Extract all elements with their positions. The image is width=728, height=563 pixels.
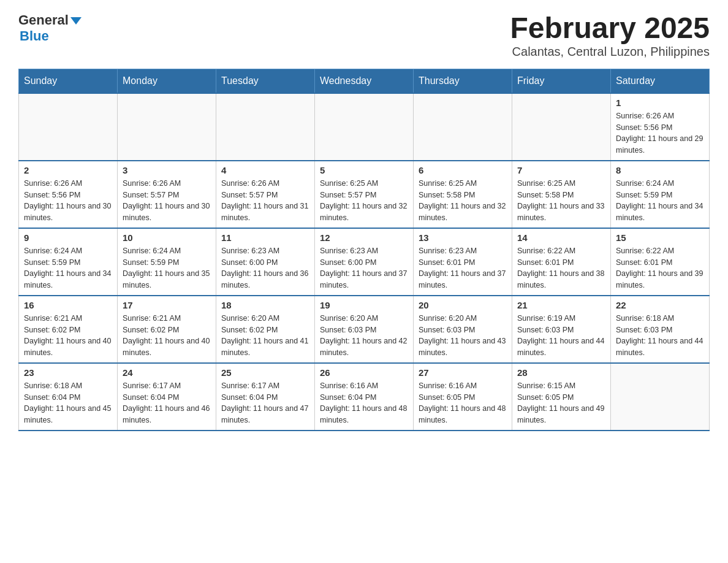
week-row-0: 1Sunrise: 6:26 AMSunset: 5:56 PMDaylight… [19, 93, 710, 161]
day-number: 6 [419, 165, 507, 175]
day-info: Sunrise: 6:20 AMSunset: 6:02 PMDaylight:… [221, 313, 309, 359]
day-cell-w1-d1: 3Sunrise: 6:26 AMSunset: 5:57 PMDaylight… [118, 161, 216, 228]
day-number: 26 [320, 367, 408, 378]
logo-general-text: General [18, 12, 69, 28]
calendar-table: Sunday Monday Tuesday Wednesday Thursday… [18, 69, 710, 431]
day-info: Sunrise: 6:15 AMSunset: 6:05 PMDaylight:… [517, 380, 605, 426]
day-cell-w4-d3: 26Sunrise: 6:16 AMSunset: 6:04 PMDayligh… [315, 363, 414, 431]
day-info: Sunrise: 6:19 AMSunset: 6:03 PMDaylight:… [517, 313, 605, 359]
day-number: 18 [221, 300, 309, 310]
day-number: 3 [123, 165, 211, 175]
day-info: Sunrise: 6:18 AMSunset: 6:03 PMDaylight:… [616, 313, 704, 359]
day-info: Sunrise: 6:20 AMSunset: 6:03 PMDaylight:… [320, 313, 408, 359]
logo-arrow-icon [70, 17, 82, 25]
day-number: 11 [221, 232, 309, 243]
day-cell-w3-d1: 17Sunrise: 6:21 AMSunset: 6:02 PMDayligh… [118, 296, 216, 363]
day-number: 23 [24, 367, 112, 378]
day-info: Sunrise: 6:26 AMSunset: 5:56 PMDaylight:… [616, 110, 704, 156]
day-cell-w0-d4 [414, 93, 512, 161]
day-number: 1 [616, 98, 704, 108]
day-number: 10 [123, 232, 211, 243]
day-cell-w2-d3: 12Sunrise: 6:23 AMSunset: 6:00 PMDayligh… [315, 228, 414, 296]
day-cell-w4-d5: 28Sunrise: 6:15 AMSunset: 6:05 PMDayligh… [512, 363, 611, 431]
day-number: 7 [517, 165, 605, 175]
day-cell-w4-d4: 27Sunrise: 6:16 AMSunset: 6:05 PMDayligh… [414, 363, 512, 431]
header-saturday: Saturday [611, 69, 710, 93]
day-info: Sunrise: 6:22 AMSunset: 6:01 PMDaylight:… [517, 245, 605, 291]
day-number: 20 [419, 300, 507, 310]
day-cell-w3-d2: 18Sunrise: 6:20 AMSunset: 6:02 PMDayligh… [216, 296, 315, 363]
week-row-2: 9Sunrise: 6:24 AMSunset: 5:59 PMDaylight… [19, 228, 710, 296]
day-info: Sunrise: 6:24 AMSunset: 5:59 PMDaylight:… [24, 245, 112, 291]
day-cell-w0-d3 [315, 93, 414, 161]
day-number: 27 [419, 367, 507, 378]
day-cell-w3-d0: 16Sunrise: 6:21 AMSunset: 6:02 PMDayligh… [19, 296, 118, 363]
day-number: 28 [517, 367, 605, 378]
day-number: 16 [24, 300, 112, 310]
header-sunday: Sunday [19, 69, 118, 93]
day-info: Sunrise: 6:23 AMSunset: 6:00 PMDaylight:… [221, 245, 309, 291]
title-section: February 2025 Calantas, Central Luzon, P… [510, 12, 710, 59]
day-info: Sunrise: 6:21 AMSunset: 6:02 PMDaylight:… [123, 313, 211, 359]
day-cell-w1-d0: 2Sunrise: 6:26 AMSunset: 5:56 PMDaylight… [19, 161, 118, 228]
day-cell-w4-d2: 25Sunrise: 6:17 AMSunset: 6:04 PMDayligh… [216, 363, 315, 431]
day-number: 24 [123, 367, 211, 378]
calendar-header-row: Sunday Monday Tuesday Wednesday Thursday… [19, 69, 710, 93]
header-wednesday: Wednesday [315, 69, 414, 93]
day-number: 14 [517, 232, 605, 243]
day-info: Sunrise: 6:16 AMSunset: 6:05 PMDaylight:… [419, 380, 507, 426]
day-cell-w0-d0 [19, 93, 118, 161]
day-number: 21 [517, 300, 605, 310]
header-friday: Friday [512, 69, 611, 93]
day-info: Sunrise: 6:20 AMSunset: 6:03 PMDaylight:… [419, 313, 507, 359]
day-info: Sunrise: 6:24 AMSunset: 5:59 PMDaylight:… [616, 178, 704, 224]
day-info: Sunrise: 6:18 AMSunset: 6:04 PMDaylight:… [24, 380, 112, 426]
day-number: 22 [616, 300, 704, 310]
day-info: Sunrise: 6:26 AMSunset: 5:57 PMDaylight:… [221, 178, 309, 224]
day-cell-w2-d2: 11Sunrise: 6:23 AMSunset: 6:00 PMDayligh… [216, 228, 315, 296]
day-cell-w2-d1: 10Sunrise: 6:24 AMSunset: 5:59 PMDayligh… [118, 228, 216, 296]
day-number: 15 [616, 232, 704, 243]
week-row-4: 23Sunrise: 6:18 AMSunset: 6:04 PMDayligh… [19, 363, 710, 431]
day-info: Sunrise: 6:22 AMSunset: 6:01 PMDaylight:… [616, 245, 704, 291]
header-tuesday: Tuesday [216, 69, 315, 93]
day-info: Sunrise: 6:23 AMSunset: 6:01 PMDaylight:… [419, 245, 507, 291]
day-info: Sunrise: 6:25 AMSunset: 5:57 PMDaylight:… [320, 178, 408, 224]
week-row-1: 2Sunrise: 6:26 AMSunset: 5:56 PMDaylight… [19, 161, 710, 228]
calendar-title: February 2025 [510, 12, 710, 45]
day-cell-w3-d3: 19Sunrise: 6:20 AMSunset: 6:03 PMDayligh… [315, 296, 414, 363]
day-cell-w1-d5: 7Sunrise: 6:25 AMSunset: 5:58 PMDaylight… [512, 161, 611, 228]
day-info: Sunrise: 6:16 AMSunset: 6:04 PMDaylight:… [320, 380, 408, 426]
day-cell-w4-d6 [611, 363, 710, 431]
day-cell-w0-d1 [118, 93, 216, 161]
calendar-subtitle: Calantas, Central Luzon, Philippines [510, 45, 710, 59]
day-cell-w1-d6: 8Sunrise: 6:24 AMSunset: 5:59 PMDaylight… [611, 161, 710, 228]
day-cell-w1-d4: 6Sunrise: 6:25 AMSunset: 5:58 PMDaylight… [414, 161, 512, 228]
day-number: 25 [221, 367, 309, 378]
day-number: 19 [320, 300, 408, 310]
day-number: 4 [221, 165, 309, 175]
week-row-3: 16Sunrise: 6:21 AMSunset: 6:02 PMDayligh… [19, 296, 710, 363]
page-header: General Blue February 2025 Calantas, Cen… [18, 12, 710, 59]
day-cell-w1-d3: 5Sunrise: 6:25 AMSunset: 5:57 PMDaylight… [315, 161, 414, 228]
day-cell-w0-d5 [512, 93, 611, 161]
day-cell-w2-d4: 13Sunrise: 6:23 AMSunset: 6:01 PMDayligh… [414, 228, 512, 296]
day-number: 5 [320, 165, 408, 175]
header-monday: Monday [118, 69, 216, 93]
day-info: Sunrise: 6:17 AMSunset: 6:04 PMDaylight:… [123, 380, 211, 426]
day-cell-w2-d5: 14Sunrise: 6:22 AMSunset: 6:01 PMDayligh… [512, 228, 611, 296]
day-number: 17 [123, 300, 211, 310]
day-info: Sunrise: 6:26 AMSunset: 5:56 PMDaylight:… [24, 178, 112, 224]
day-cell-w2-d6: 15Sunrise: 6:22 AMSunset: 6:01 PMDayligh… [611, 228, 710, 296]
header-thursday: Thursday [414, 69, 512, 93]
day-info: Sunrise: 6:25 AMSunset: 5:58 PMDaylight:… [419, 178, 507, 224]
day-number: 13 [419, 232, 507, 243]
day-info: Sunrise: 6:23 AMSunset: 6:00 PMDaylight:… [320, 245, 408, 291]
day-cell-w3-d6: 22Sunrise: 6:18 AMSunset: 6:03 PMDayligh… [611, 296, 710, 363]
day-cell-w1-d2: 4Sunrise: 6:26 AMSunset: 5:57 PMDaylight… [216, 161, 315, 228]
day-cell-w0-d2 [216, 93, 315, 161]
day-cell-w3-d4: 20Sunrise: 6:20 AMSunset: 6:03 PMDayligh… [414, 296, 512, 363]
day-number: 8 [616, 165, 704, 175]
day-cell-w3-d5: 21Sunrise: 6:19 AMSunset: 6:03 PMDayligh… [512, 296, 611, 363]
day-info: Sunrise: 6:21 AMSunset: 6:02 PMDaylight:… [24, 313, 112, 359]
